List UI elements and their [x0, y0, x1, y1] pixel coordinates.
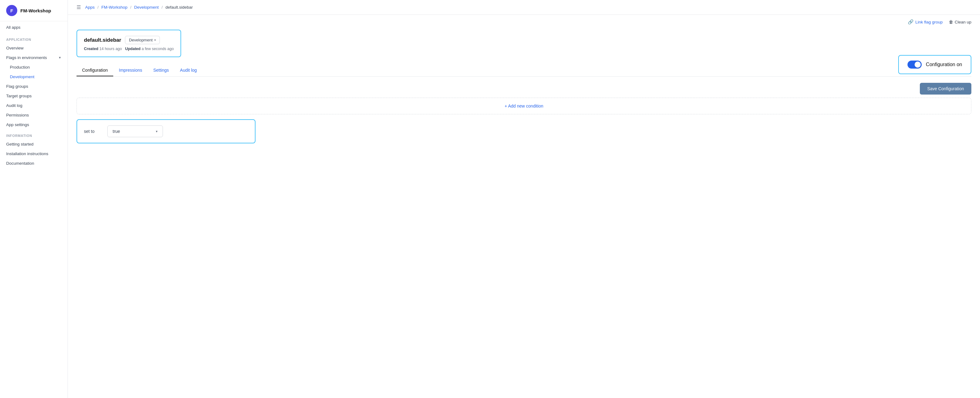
add-condition-label: + Add new condition: [504, 104, 543, 109]
chevron-down-icon: ▼: [58, 56, 61, 59]
sidebar-item-app-settings[interactable]: App settings: [0, 120, 68, 129]
configuration-toggle[interactable]: [907, 61, 922, 69]
value-dropdown-value: true: [113, 129, 120, 134]
link-icon: 🔗: [908, 19, 914, 25]
sidebar-item-documentation[interactable]: Documentation: [0, 158, 68, 168]
tab-configuration[interactable]: Configuration: [76, 65, 113, 76]
set-to-card: set to true ▾: [76, 119, 256, 143]
application-section-label: APPLICATION: [0, 34, 68, 43]
breadcrumb-current: default.sidebar: [165, 5, 193, 10]
trash-icon: 🗑: [949, 19, 953, 24]
page-actions: 🔗 Link flag group 🗑 Clean up: [68, 15, 980, 27]
topbar: ☰ Apps / FM-Workshop / Development / def…: [68, 0, 980, 15]
sidebar-header: F FM-Workshop: [0, 0, 68, 21]
sidebar-item-development[interactable]: Development: [0, 72, 68, 82]
sidebar-item-overview[interactable]: Overview: [0, 43, 68, 53]
sidebar-item-target-groups[interactable]: Target groups: [0, 91, 68, 101]
sidebar-item-flags-in-environments[interactable]: Flags in environments ▼: [0, 53, 68, 62]
tab-audit-log[interactable]: Audit log: [174, 65, 202, 76]
clean-up-button[interactable]: 🗑 Clean up: [949, 19, 971, 24]
link-flag-group-button[interactable]: 🔗 Link flag group: [908, 19, 943, 25]
chevron-down-icon: ▾: [156, 129, 158, 133]
sidebar-item-flag-groups[interactable]: Flag groups: [0, 82, 68, 91]
environment-dropdown[interactable]: Development ▾: [125, 36, 160, 44]
chevron-down-icon: ▾: [154, 38, 156, 42]
app-name: FM-Workshop: [21, 8, 51, 13]
tab-impressions[interactable]: Impressions: [113, 65, 148, 76]
value-dropdown[interactable]: true ▾: [107, 125, 163, 137]
sidebar-item-production[interactable]: Production: [0, 62, 68, 72]
breadcrumb-fm-workshop[interactable]: FM-Workshop: [102, 5, 128, 10]
add-condition-area[interactable]: + Add new condition: [76, 98, 971, 114]
main-inner: 🔗 Link flag group 🗑 Clean up default.sid…: [68, 15, 980, 398]
information-section-label: INFORMATION: [0, 129, 68, 139]
flag-name: default.sidebar: [84, 37, 121, 43]
breadcrumb-development[interactable]: Development: [134, 5, 159, 10]
configuration-toggle-label: Configuration on: [926, 62, 962, 67]
all-apps-link[interactable]: All apps: [0, 21, 68, 34]
main-content: ☰ Apps / FM-Workshop / Development / def…: [68, 0, 980, 398]
sidebar-item-audit-log[interactable]: Audit log: [0, 101, 68, 110]
sidebar-item-installation-instructions[interactable]: Installation instructions: [0, 149, 68, 158]
breadcrumb-apps[interactable]: Apps: [85, 5, 95, 10]
tab-settings[interactable]: Settings: [148, 65, 175, 76]
flag-card-top: default.sidebar Development ▾: [84, 36, 174, 44]
save-configuration-button[interactable]: Save Configuration: [920, 83, 971, 94]
set-to-label: set to: [84, 129, 102, 134]
sidebar-item-permissions[interactable]: Permissions: [0, 110, 68, 120]
configuration-toggle-card: Configuration on: [898, 55, 971, 74]
flag-card-meta: Created 14 hours ago Updated a few secon…: [84, 47, 174, 51]
sidebar: F FM-Workshop All apps APPLICATION Overv…: [0, 0, 68, 398]
sidebar-item-getting-started[interactable]: Getting started: [0, 139, 68, 149]
flag-card: default.sidebar Development ▾ Created 14…: [76, 30, 181, 57]
avatar: F: [6, 5, 17, 16]
tabs-bar: Configuration Impressions Settings Audit…: [76, 65, 971, 77]
save-btn-row: Save Configuration: [68, 77, 980, 98]
menu-icon[interactable]: ☰: [76, 4, 81, 10]
